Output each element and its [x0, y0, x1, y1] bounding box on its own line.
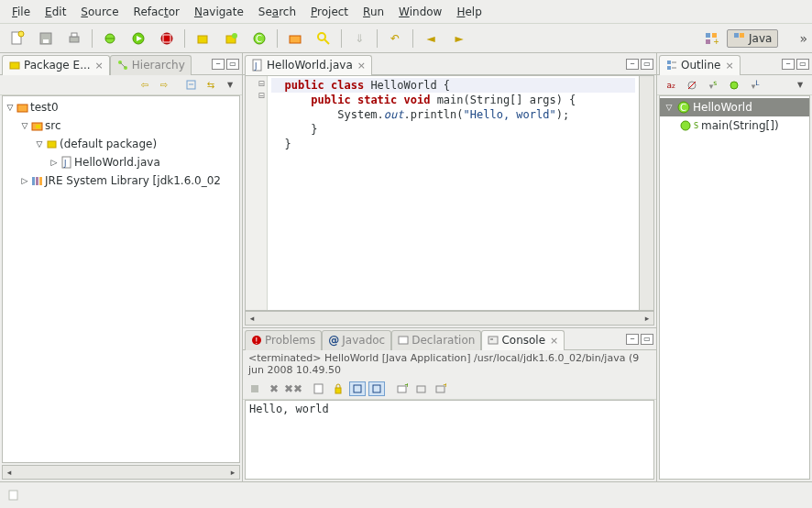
open-console-button[interactable]: +: [394, 381, 411, 396]
new-button[interactable]: [5, 28, 30, 50]
fast-view-button[interactable]: [5, 488, 22, 502]
console-select-button[interactable]: [413, 381, 430, 396]
terminate-button[interactable]: [247, 381, 263, 396]
outline-tree[interactable]: ▽ C HelloWorld S main(String[]): [659, 95, 810, 480]
svg-rect-58: [667, 61, 671, 64]
scroll-lock-button[interactable]: [330, 381, 346, 396]
tab-outline[interactable]: Outline ×: [659, 55, 741, 75]
print-button[interactable]: [61, 28, 87, 50]
clear-console-button[interactable]: [311, 381, 327, 396]
tab-problems[interactable]: ! Problems: [245, 330, 322, 350]
menu-source[interactable]: Source: [73, 3, 126, 21]
menu-file[interactable]: File: [5, 3, 38, 21]
tree-jre[interactable]: ▷ JRE System Library [jdk1.6.0_02: [3, 171, 239, 190]
expander-icon[interactable]: ▽: [664, 103, 675, 112]
close-icon[interactable]: ×: [95, 60, 104, 72]
menu-navigate[interactable]: Navigate: [187, 3, 251, 21]
expander-icon[interactable]: ▽: [19, 121, 30, 130]
fold-icon[interactable]: ⊟: [246, 79, 267, 88]
console-output[interactable]: Hello, world: [245, 400, 654, 480]
expander-icon[interactable]: ▽: [5, 103, 16, 112]
new-class-button[interactable]: [218, 28, 244, 50]
menu-run[interactable]: Run: [356, 3, 391, 21]
tree-project[interactable]: ▽ test0: [3, 98, 239, 116]
expander-icon[interactable]: ▷: [49, 158, 60, 167]
code-editor[interactable]: ⊟ ⊟ public class HelloWorld { public sta…: [245, 75, 654, 311]
new-package-button[interactable]: [190, 28, 215, 50]
minimize-view-button[interactable]: ‒: [212, 59, 225, 70]
close-icon[interactable]: ×: [357, 60, 366, 72]
collapse-all-button[interactable]: [183, 78, 200, 93]
horizontal-scrollbar[interactable]: ◂▸: [2, 465, 240, 480]
forward-nav-button[interactable]: ⇨: [156, 78, 172, 93]
close-icon[interactable]: ×: [550, 335, 558, 347]
tab-declaration[interactable]: Declaration: [391, 330, 481, 350]
annotation-nav-button[interactable]: ⇓: [346, 28, 372, 50]
open-type-button[interactable]: [282, 28, 308, 50]
tab-console[interactable]: Console ×: [481, 330, 565, 350]
toolbar-overflow-icon[interactable]: »: [799, 31, 807, 46]
fold-icon[interactable]: ⊟: [246, 91, 267, 100]
hide-fields-button[interactable]: [684, 78, 700, 93]
menu-refactor[interactable]: Refactor: [126, 3, 187, 21]
outline-label: main(String[]): [701, 119, 779, 132]
menu-window[interactable]: Window: [391, 3, 449, 21]
last-edit-button[interactable]: ↶: [382, 28, 408, 50]
back-button[interactable]: ◄: [418, 28, 444, 50]
editor-gutter[interactable]: ⊟ ⊟: [246, 76, 268, 310]
svg-point-1: [18, 31, 24, 37]
svg-point-18: [318, 33, 325, 40]
link-editor-button[interactable]: ⇆: [203, 78, 219, 93]
tab-hierarchy[interactable]: Hierarchy: [110, 55, 192, 75]
sort-button[interactable]: az: [663, 78, 679, 93]
pin-console-button[interactable]: [349, 381, 366, 396]
hide-static-button[interactable]: ▾s: [705, 78, 721, 93]
horizontal-scrollbar[interactable]: ◂▸: [245, 311, 654, 326]
tree-package[interactable]: ▽ (default package): [3, 135, 239, 153]
tab-package-explorer[interactable]: Package E... ×: [2, 55, 110, 75]
remove-all-button[interactable]: ✖✖: [285, 381, 302, 396]
outline-class[interactable]: ▽ C HelloWorld: [660, 98, 809, 116]
menu-edit[interactable]: Edit: [38, 3, 73, 21]
maximize-view-button[interactable]: ▭: [796, 59, 809, 70]
minimize-editor-button[interactable]: ‒: [626, 59, 639, 70]
code-content[interactable]: public class HelloWorld { public static …: [268, 76, 639, 310]
hide-local-button[interactable]: ▾L: [747, 78, 763, 93]
hide-nonpublic-button[interactable]: [726, 78, 742, 93]
svg-rect-32: [17, 105, 27, 112]
tab-javadoc[interactable]: @ Javadoc: [322, 330, 391, 350]
menu-project[interactable]: Project: [303, 3, 356, 21]
display-selected-button[interactable]: [368, 381, 385, 396]
minimize-view-button[interactable]: ‒: [782, 59, 795, 70]
debug-button[interactable]: [97, 28, 123, 50]
search-button[interactable]: [311, 28, 336, 50]
minimize-view-button[interactable]: ‒: [626, 334, 639, 345]
view-menu-button[interactable]: ▼: [792, 78, 808, 93]
expander-icon[interactable]: ▷: [19, 176, 30, 185]
save-button[interactable]: [33, 28, 59, 50]
run-button[interactable]: [126, 28, 151, 50]
new-console-button[interactable]: +: [433, 381, 449, 396]
new-type-button[interactable]: C: [247, 28, 272, 50]
editor-tab[interactable]: J HelloWorld.java ×: [245, 55, 372, 75]
forward-button[interactable]: ►: [446, 28, 472, 50]
tree-file[interactable]: ▷ J HelloWorld.java: [3, 153, 239, 171]
svg-text:C: C: [256, 34, 262, 44]
close-icon[interactable]: ×: [725, 60, 733, 72]
remove-launch-button[interactable]: ✖: [266, 381, 282, 396]
outline-method[interactable]: S main(String[]): [660, 116, 809, 135]
run-external-button[interactable]: [154, 28, 180, 50]
menu-search[interactable]: Search: [251, 3, 303, 21]
back-nav-button[interactable]: ⇦: [137, 78, 153, 93]
maximize-view-button[interactable]: ▭: [641, 334, 653, 345]
package-explorer-tree[interactable]: ▽ test0 ▽ src ▽ (default package) ▷ J: [2, 95, 240, 463]
open-perspective-button[interactable]: +: [698, 28, 724, 50]
expander-icon[interactable]: ▽: [34, 139, 45, 149]
vertical-scrollbar[interactable]: [639, 76, 653, 310]
maximize-view-button[interactable]: ▭: [226, 59, 239, 70]
maximize-editor-button[interactable]: ▭: [641, 59, 653, 70]
menu-help[interactable]: Help: [449, 3, 488, 21]
view-menu-button[interactable]: ▼: [222, 78, 238, 93]
perspective-java[interactable]: Java: [727, 29, 778, 48]
tree-src[interactable]: ▽ src: [3, 116, 239, 135]
